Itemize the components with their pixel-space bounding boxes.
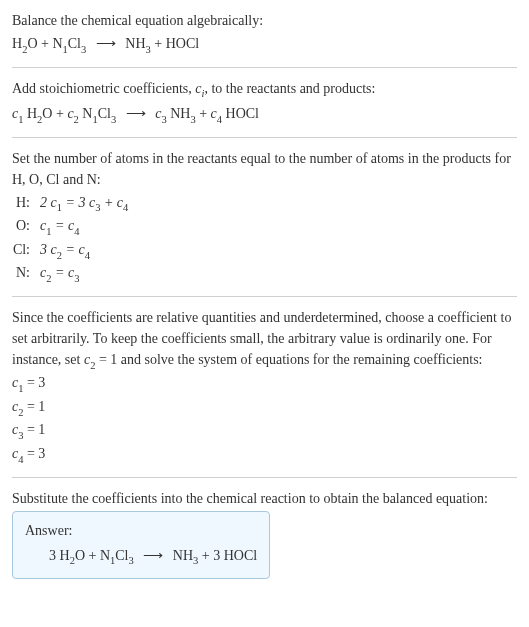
- plus: +: [85, 548, 100, 563]
- sub: 1: [18, 114, 23, 125]
- plus: +: [52, 106, 67, 121]
- t: = c: [51, 265, 74, 280]
- chem-hocl: HOCl: [224, 548, 257, 563]
- chem-sub: 1: [63, 44, 68, 55]
- t: 2 c: [40, 195, 57, 210]
- plus: +: [198, 548, 213, 563]
- chem-sub: 3: [146, 44, 151, 55]
- s: 4: [18, 454, 23, 465]
- s: 4: [123, 202, 128, 213]
- sub: 3: [161, 114, 166, 125]
- t: + c: [100, 195, 123, 210]
- section-coefficients: Add stoichiometric coefficients, ci, to …: [12, 78, 517, 138]
- r: = 3: [23, 446, 45, 461]
- s: 3: [18, 430, 23, 441]
- chem-cl: Cl: [98, 106, 111, 121]
- chem-sub: 3: [111, 114, 116, 125]
- solution-line: c3 = 1: [12, 419, 517, 443]
- s: 1: [57, 202, 62, 213]
- plus: +: [38, 36, 53, 51]
- s: 1: [46, 226, 51, 237]
- solution-line: c1 = 3: [12, 372, 517, 396]
- answer-box: Answer: 3 H2O + N1Cl3 ⟶ NH3 + 3 HOCl: [12, 511, 270, 580]
- r: = 1: [23, 399, 45, 414]
- plus: +: [196, 106, 211, 121]
- atom-eq: c1 = c4: [40, 215, 136, 239]
- atom-eq: 3 c2 = c4: [40, 239, 136, 263]
- section-atoms: Set the number of atoms in the reactants…: [12, 148, 517, 297]
- c: c: [67, 106, 73, 121]
- chem-hocl: HOCl: [226, 106, 259, 121]
- text: , to the reactants and products:: [204, 81, 375, 96]
- atom-eq: 2 c1 = 3 c3 + c4: [40, 192, 136, 216]
- c: c: [211, 106, 217, 121]
- chem-sub: 2: [22, 44, 27, 55]
- s: 3: [74, 273, 79, 284]
- chem-n: N: [100, 548, 110, 563]
- sub: 2: [90, 360, 95, 371]
- atom-label: Cl:: [12, 239, 40, 263]
- answer-label: Answer:: [25, 520, 257, 541]
- chem-sub: 2: [37, 114, 42, 125]
- section-answer: Substitute the coefficients into the che…: [12, 488, 517, 590]
- chem-sub: 3: [190, 114, 195, 125]
- atom-label: O:: [12, 215, 40, 239]
- chem-sub: 3: [81, 44, 86, 55]
- chem-n: N: [52, 36, 62, 51]
- atom-row-cl: Cl: 3 c2 = c4: [12, 239, 136, 263]
- s: 2: [57, 250, 62, 261]
- atom-row-o: O: c1 = c4: [12, 215, 136, 239]
- chem-nh: NH: [173, 548, 193, 563]
- s: 4: [85, 250, 90, 261]
- chem-o: O: [27, 36, 37, 51]
- chem-sub: 2: [70, 555, 75, 566]
- chem-sub: 3: [193, 555, 198, 566]
- atom-eq: c2 = c3: [40, 262, 136, 286]
- chem-nh: NH: [125, 36, 145, 51]
- chem-h: H: [60, 548, 70, 563]
- chem-sub: 3: [129, 555, 134, 566]
- s: 1: [18, 383, 23, 394]
- text: Add stoichiometric coefficients,: [12, 81, 195, 96]
- t: = c: [51, 218, 74, 233]
- intro-text: Balance the chemical equation algebraica…: [12, 10, 517, 31]
- equation-balanced: 3 H2O + N1Cl3 ⟶ NH3 + 3 HOCl: [25, 545, 257, 569]
- plus: +: [151, 36, 166, 51]
- text: = 1 and solve the system of equations fo…: [95, 352, 482, 367]
- section-balance: Balance the chemical equation algebraica…: [12, 10, 517, 68]
- chem-h: H: [12, 36, 22, 51]
- chem-nh: NH: [170, 106, 190, 121]
- sub: 2: [74, 114, 79, 125]
- section-solve: Since the coefficients are relative quan…: [12, 307, 517, 478]
- s: 3: [95, 202, 100, 213]
- atom-row-h: H: 2 c1 = 3 c3 + c4: [12, 192, 136, 216]
- chem-cl: Cl: [115, 548, 128, 563]
- arrow-icon: ⟶: [96, 33, 116, 54]
- s: 2: [18, 407, 23, 418]
- ci-sub: i: [201, 88, 204, 99]
- sub: 4: [217, 114, 222, 125]
- s: 2: [46, 273, 51, 284]
- atom-table: H: 2 c1 = 3 c3 + c4 O: c1 = c4 Cl: 3 c2 …: [12, 192, 136, 286]
- chem-o: O: [42, 106, 52, 121]
- s: 4: [74, 226, 79, 237]
- arrow-icon: ⟶: [126, 103, 146, 124]
- chem-sub: 1: [92, 114, 97, 125]
- chem-sub: 1: [110, 555, 115, 566]
- intro-text: Since the coefficients are relative quan…: [12, 307, 517, 373]
- atom-label: H:: [12, 192, 40, 216]
- coef: 3: [49, 548, 60, 563]
- intro-text: Set the number of atoms in the reactants…: [12, 148, 517, 190]
- t: 3 c: [40, 242, 57, 257]
- chem-n: N: [82, 106, 92, 121]
- chem-hocl: HOCl: [166, 36, 199, 51]
- solution-line: c2 = 1: [12, 396, 517, 420]
- atom-row-n: N: c2 = c3: [12, 262, 136, 286]
- coef: 3: [213, 548, 224, 563]
- t: = 3 c: [62, 195, 95, 210]
- t: = c: [62, 242, 85, 257]
- solution-line: c4 = 3: [12, 443, 517, 467]
- atom-label: N:: [12, 262, 40, 286]
- intro-text: Add stoichiometric coefficients, ci, to …: [12, 78, 517, 102]
- arrow-icon: ⟶: [143, 545, 163, 566]
